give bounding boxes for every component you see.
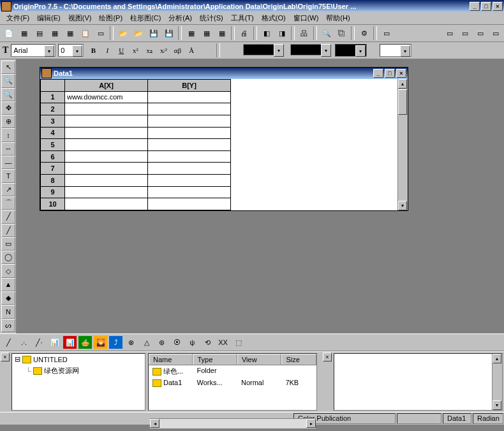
tool2-button[interactable]: ◨ [274,26,289,40]
row-header[interactable]: 4 [41,127,65,139]
graph-btn-4[interactable]: 📊 [63,335,77,349]
col-header[interactable]: A[X] [65,80,148,92]
save-button[interactable]: 💾 [146,26,161,40]
left-tool-14[interactable]: ◯ [1,251,15,264]
col-header[interactable]: B[Y] [148,80,231,92]
tool3-button[interactable]: 品 [297,26,311,40]
matrix-button[interactable]: ▦ [63,26,77,40]
sheet-vscroll[interactable]: ▴ ▾ [397,79,408,210]
left-tool-5[interactable]: ↕ [1,128,15,142]
list-col-Name[interactable]: Name [149,354,193,365]
layout-button[interactable]: ▭ [93,26,108,40]
sheet-max-button[interactable]: □ [385,69,395,78]
tool5-button[interactable]: ▭ [379,26,394,40]
sheet-min-button[interactable]: _ [373,69,383,78]
cell[interactable] [148,91,231,103]
scroll-thumb[interactable] [398,89,407,115]
minimize-button[interactable]: _ [470,2,480,11]
excel-button[interactable]: ▤ [32,26,47,40]
tool6-button[interactable]: ▭ [442,26,457,40]
left-tool-4[interactable]: ⊕ [1,115,15,128]
left-tool-15[interactable]: ◇ [1,264,15,277]
cell[interactable] [148,186,231,198]
import2-button[interactable]: ▦ [199,26,214,40]
cell[interactable] [65,175,148,187]
tree-root[interactable]: UNTITLED [33,356,68,363]
menu-绘图(P)[interactable]: 绘图(P) [95,12,126,24]
left-tool-11[interactable]: ╱ [1,210,15,223]
left-tool-7[interactable]: — [1,156,15,169]
cell[interactable] [65,127,148,139]
tool7-button[interactable]: ▭ [457,26,472,40]
left-tool-18[interactable]: N [1,305,15,318]
graph-btn-3[interactable]: 📊 [47,335,62,349]
tool1-button[interactable]: ◧ [259,26,274,40]
graph-btn-7[interactable]: ⤴ [108,335,123,349]
scroll-down-icon[interactable]: ▾ [398,201,407,210]
graph-btn-14[interactable]: XX [216,335,230,349]
notes-button[interactable]: 📋 [78,26,93,40]
row-header[interactable]: 2 [41,103,65,115]
menu-分析(A)[interactable]: 分析(A) [165,12,196,24]
style-btn-7[interactable]: Å [184,44,198,57]
menu-柱形图(C)[interactable]: 柱形图(C) [126,12,165,24]
expand-icon[interactable]: ⊟ [15,355,20,363]
open-button[interactable]: 📂 [115,26,130,40]
row-header[interactable]: 6 [41,150,65,163]
new-button[interactable]: 📄 [1,26,16,40]
refresh-button[interactable]: 🔍 [319,26,334,40]
left-tool-1[interactable]: 🔍 [1,74,15,87]
worksheet-button[interactable]: ▦ [17,26,31,40]
sheet-close-button[interactable]: × [396,69,406,78]
list-col-Size[interactable]: Size [281,354,316,365]
preview-vscroll[interactable]: ▴▾ [492,354,502,410]
graph-btn-1[interactable]: .·. [17,335,31,349]
menu-窗口(W)[interactable]: 窗口(W) [290,12,323,24]
style-btn-2[interactable]: U [114,44,128,57]
cell[interactable] [148,175,231,187]
menu-统计(S)[interactable]: 统计(S) [196,12,227,24]
left-tool-8[interactable]: T [1,169,15,182]
menu-编辑(E)[interactable]: 编辑(E) [33,12,64,24]
graph-btn-0[interactable]: ╱ [1,335,16,349]
left-tool-6[interactable]: ↔ [1,142,15,156]
fontsize-combo[interactable]: 0 [58,44,84,57]
cell[interactable] [65,139,148,151]
style-btn-1[interactable]: I [100,44,114,57]
left-tool-0[interactable]: ↖ [1,61,15,74]
graph-btn-5[interactable]: 🥧 [78,335,93,349]
scroll-up-icon[interactable]: ▴ [398,79,407,89]
graph-btn-11[interactable]: ⦿ [170,335,184,349]
maximize-button[interactable]: □ [481,2,491,11]
row-header[interactable]: 9 [41,186,65,198]
list-row[interactable]: Data1Works...Normal7KB [149,377,316,388]
row-header[interactable]: 10 [41,198,65,210]
graph-btn-15[interactable]: ⬚ [231,335,246,349]
fill-color[interactable] [243,44,275,55]
cell[interactable] [148,127,231,139]
graph-btn-6[interactable]: 🌄 [93,335,108,349]
graph-btn-12[interactable]: ψ [185,335,200,349]
style-btn-4[interactable]: x₂ [142,44,156,57]
left-tool-16[interactable]: ▲ [1,278,15,291]
row-header[interactable]: 1 [41,91,65,103]
cell[interactable] [148,163,231,175]
splitter[interactable] [318,352,322,412]
row-header[interactable]: 8 [41,175,65,187]
print-button[interactable]: 🖨 [237,26,251,40]
worksheet-window[interactable]: Data1 _ □ × A[X]B[Y]1www.downcc.com23456… [40,67,408,211]
cell[interactable] [148,115,231,127]
savetemplate-button[interactable]: 💾 [161,26,176,40]
menu-文件(F)[interactable]: 文件(F) [3,12,33,24]
tree-close-button[interactable]: × [1,353,10,362]
row-header[interactable]: 7 [41,163,65,175]
graph-btn-10[interactable]: ⊛ [154,335,169,349]
left-tool-19[interactable]: ᔕ [1,319,15,332]
menu-工具(T)[interactable]: 工具(T) [227,12,258,24]
list-col-Type[interactable]: Type [193,354,237,365]
style-btn-8[interactable] [198,44,212,57]
style-btn-6[interactable]: αβ [170,44,184,57]
style-btn-0[interactable]: B [86,44,100,57]
menu-帮助(H)[interactable]: 帮助(H) [322,12,353,24]
cell[interactable] [65,103,148,115]
